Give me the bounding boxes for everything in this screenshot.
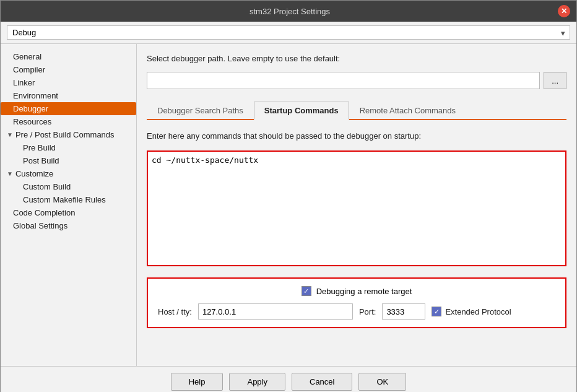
- browse-button[interactable]: ...: [544, 72, 566, 89]
- sidebar-item-debugger[interactable]: Debugger: [1, 102, 136, 115]
- port-label: Port:: [359, 307, 376, 316]
- window-title: stm32 Project Settings: [22, 7, 558, 16]
- close-button[interactable]: ✕: [558, 5, 570, 17]
- main-content: General Compiler Linker Environment Debu…: [1, 44, 576, 366]
- cancel-button[interactable]: Cancel: [292, 373, 352, 391]
- sidebar-item-pre-build[interactable]: Pre Build: [1, 141, 136, 154]
- debugger-path-row: ...: [147, 72, 566, 89]
- help-button[interactable]: Help: [171, 373, 223, 391]
- tab-remote-attach-commands[interactable]: Remote Attach Commands: [349, 102, 466, 119]
- tab-startup-commands[interactable]: Startup Commands: [254, 102, 349, 120]
- remote-target-row: Host / tty: Port: ✓ Extended Protocol: [158, 303, 555, 320]
- debugging-remote-checkbox[interactable]: ✓: [302, 286, 311, 296]
- extended-protocol-checkbox[interactable]: ✓: [432, 307, 441, 316]
- host-input[interactable]: [198, 303, 353, 320]
- tabs-bar: Debugger Search Paths Startup Commands R…: [147, 102, 566, 120]
- sidebar-item-environment[interactable]: Environment: [1, 89, 136, 102]
- sidebar-item-linker[interactable]: Linker: [1, 76, 136, 89]
- config-select-wrapper[interactable]: Debug Release: [7, 25, 570, 40]
- extended-protocol-label[interactable]: ✓ Extended Protocol: [432, 307, 511, 316]
- sidebar-item-custom-makefile-rules[interactable]: Custom Makefile Rules: [1, 193, 136, 206]
- remote-target-title: ✓ Debugging a remote target: [158, 286, 555, 296]
- host-label: Host / tty:: [158, 307, 192, 316]
- debugging-remote-label: Debugging a remote target: [316, 287, 412, 296]
- sidebar-item-post-build[interactable]: Post Build: [1, 154, 136, 167]
- commands-textarea[interactable]: [148, 152, 565, 263]
- apply-button[interactable]: Apply: [229, 373, 285, 391]
- debugger-path-input[interactable]: [147, 72, 540, 89]
- sidebar-item-code-completion[interactable]: Code Completion: [1, 206, 136, 219]
- sidebar-item-global-settings[interactable]: Global Settings: [1, 219, 136, 232]
- tab-debugger-search-paths[interactable]: Debugger Search Paths: [147, 102, 254, 119]
- expand-icon: ▼: [7, 131, 13, 138]
- sidebar-item-compiler[interactable]: Compiler: [1, 63, 136, 76]
- ok-button[interactable]: OK: [358, 373, 406, 391]
- commands-textarea-wrapper: [147, 150, 566, 266]
- sidebar-group-customize[interactable]: ▼ Customize: [1, 167, 136, 180]
- commands-label: Enter here any commands that should be p…: [147, 131, 566, 141]
- sidebar: General Compiler Linker Environment Debu…: [1, 44, 137, 366]
- title-bar: stm32 Project Settings ✕: [1, 1, 576, 22]
- port-input[interactable]: [382, 303, 425, 320]
- content-area: Select debugger path. Leave empty to use…: [137, 44, 576, 366]
- main-window: stm32 Project Settings ✕ Debug Release G…: [0, 0, 577, 392]
- config-dropdown[interactable]: Debug Release: [7, 25, 570, 40]
- expand-icon-customize: ▼: [7, 170, 13, 177]
- remote-target-section: ✓ Debugging a remote target Host / tty: …: [147, 277, 566, 328]
- sidebar-item-resources[interactable]: Resources: [1, 115, 136, 128]
- config-toolbar: Debug Release: [1, 22, 576, 44]
- sidebar-item-general[interactable]: General: [1, 50, 136, 63]
- footer: Help Apply Cancel OK: [1, 366, 576, 392]
- debugger-path-label: Select debugger path. Leave empty to use…: [147, 54, 566, 63]
- sidebar-item-custom-build[interactable]: Custom Build: [1, 180, 136, 193]
- sidebar-group-pre-post-build[interactable]: ▼ Pre / Post Build Commands: [1, 128, 136, 141]
